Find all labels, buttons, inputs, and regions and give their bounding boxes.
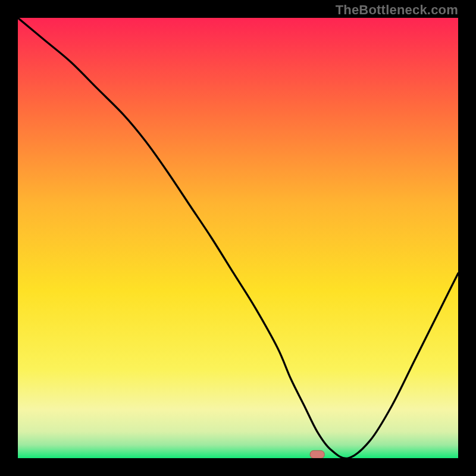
plot-area: [18, 18, 458, 458]
chart-svg: [18, 18, 458, 458]
gradient-background: [18, 18, 458, 458]
optimal-marker: [310, 450, 324, 458]
chart-frame: TheBottleneck.com: [0, 0, 476, 476]
watermark-label: TheBottleneck.com: [336, 2, 458, 18]
